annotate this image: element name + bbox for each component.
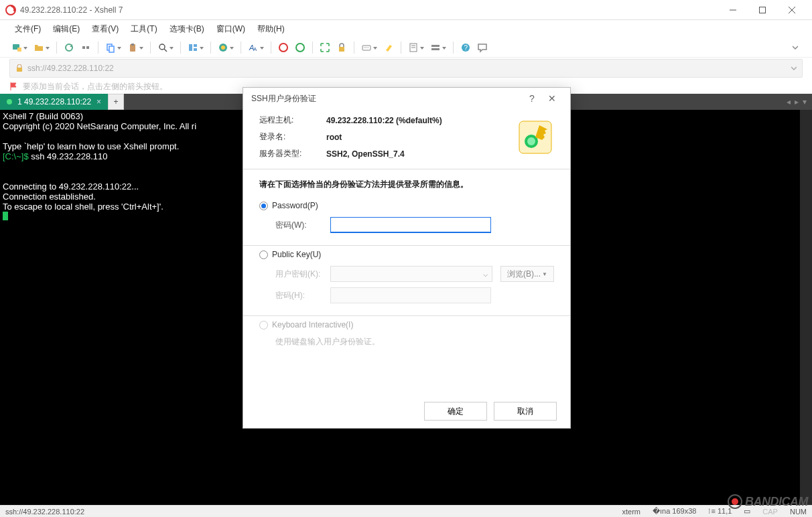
- ssh-auth-dialog: SSH用户身份验证 ? ✕ 远程主机: 49.232.228.110:22 (%…: [243, 87, 571, 429]
- keyboard-hint: 使用键盘输入用户身份验证。: [275, 336, 554, 348]
- password-radio[interactable]: Password(P): [259, 201, 554, 210]
- minimize-button[interactable]: [718, 1, 748, 19]
- new-tab-button[interactable]: +: [108, 94, 124, 110]
- tab-list-icon[interactable]: ▾: [803, 97, 807, 106]
- tools-button[interactable]: [428, 40, 443, 55]
- xshell-button[interactable]: [276, 40, 291, 55]
- xftp-button[interactable]: [293, 40, 308, 55]
- toolbar-overflow-button[interactable]: [788, 40, 803, 55]
- lock-button[interactable]: [334, 40, 349, 55]
- ok-button[interactable]: 确定: [424, 402, 487, 421]
- tab-close-button[interactable]: ×: [96, 97, 101, 106]
- userkey-label: 用户密钥(K):: [275, 269, 322, 280]
- host-label: 远程主机:: [259, 115, 326, 126]
- svg-text:?: ?: [464, 44, 468, 52]
- userkey-combo: ⌵: [330, 266, 492, 282]
- cursor: [3, 212, 8, 220]
- find-button[interactable]: [155, 40, 170, 55]
- status-term: xterm: [622, 508, 640, 516]
- svg-rect-18: [194, 48, 197, 51]
- tab-active[interactable]: 1 49.232.228.110:22 ×: [0, 94, 108, 110]
- svg-rect-17: [194, 44, 197, 47]
- svg-rect-16: [189, 44, 192, 51]
- menu-help[interactable]: 帮助(H): [252, 21, 290, 37]
- key-icon: [517, 119, 554, 156]
- svg-point-24: [296, 44, 304, 52]
- vertical-scrollbar[interactable]: [800, 110, 812, 505]
- address-bar[interactable]: ssh://49.232.228.110:22: [9, 59, 803, 78]
- copy-button[interactable]: [103, 40, 118, 55]
- reconnect-button[interactable]: [62, 40, 76, 55]
- svg-rect-35: [17, 68, 22, 72]
- menubar: 文件(F) 编辑(E) 查看(V) 工具(T) 选项卡(B) 窗口(W) 帮助(…: [0, 20, 812, 38]
- servertype-value: SSH2, OpenSSH_7.4: [326, 149, 507, 159]
- user-label: 登录名:: [259, 131, 326, 143]
- menu-view[interactable]: 查看(V): [86, 21, 124, 37]
- publickey-radio[interactable]: Public Key(U): [259, 250, 554, 259]
- app-icon: [5, 5, 16, 15]
- pkpass-label: 密码(H):: [275, 290, 322, 301]
- status-size: �ına 169x38: [653, 507, 696, 516]
- instruction-text: 请在下面选择恰当的身份验证方法并提供登录所需的信息。: [259, 179, 554, 190]
- lock-icon: [15, 64, 23, 72]
- svg-point-23: [279, 44, 287, 52]
- menu-tools[interactable]: 工具(T): [125, 21, 162, 37]
- svg-rect-9: [86, 46, 89, 49]
- tab-label: 1 49.232.228.110:22: [17, 97, 91, 106]
- paste-button[interactable]: [125, 40, 140, 55]
- pkpass-input: [330, 287, 491, 303]
- host-value: 49.232.228.110:22 (%default%): [326, 116, 507, 125]
- fullscreen-button[interactable]: [318, 40, 332, 55]
- svg-rect-11: [109, 46, 114, 52]
- help-button[interactable]: ?: [458, 40, 473, 55]
- svg-rect-31: [431, 45, 439, 47]
- close-button[interactable]: [777, 1, 807, 19]
- tab-prev-icon[interactable]: ◂: [787, 97, 791, 106]
- cancel-button[interactable]: 取消: [494, 402, 557, 421]
- disconnect-button[interactable]: [78, 40, 93, 55]
- maximize-button[interactable]: [748, 1, 777, 19]
- open-button[interactable]: [31, 40, 46, 55]
- bandicam-watermark: BANDICAM: [728, 494, 808, 509]
- color-button[interactable]: [216, 40, 230, 55]
- dialog-help-button[interactable]: ?: [522, 93, 542, 104]
- statusbar: ssh://49.232.228.110:22 xterm �ına 169x3…: [0, 505, 812, 517]
- servertype-label: 服务器类型:: [259, 148, 326, 159]
- status-address: ssh://49.232.228.110:22: [5, 508, 84, 516]
- chevron-down-icon[interactable]: [791, 66, 797, 71]
- svg-text:A: A: [253, 46, 257, 52]
- flag-icon: [9, 82, 19, 91]
- password-input[interactable]: [330, 217, 491, 233]
- dialog-close-button[interactable]: ✕: [542, 93, 562, 104]
- svg-point-38: [527, 137, 535, 145]
- hint-text: 要添加当前会话，点击左侧的箭头按钮。: [23, 81, 167, 92]
- browse-button: 浏览(B)...▼: [500, 266, 554, 282]
- menu-edit[interactable]: 编辑(E): [48, 21, 85, 37]
- bandicam-icon: [728, 494, 742, 509]
- window-title: 49.232.228.110:22 - Xshell 7: [20, 5, 123, 15]
- titlebar: 49.232.228.110:22 - Xshell 7: [0, 0, 812, 20]
- status-dot-icon: [7, 99, 12, 104]
- font-button[interactable]: AA: [246, 40, 261, 55]
- script-button[interactable]: [406, 40, 421, 55]
- layout-button[interactable]: [186, 40, 200, 55]
- new-session-button[interactable]: [9, 40, 24, 55]
- password-label: 密码(W):: [275, 220, 322, 231]
- tab-next-icon[interactable]: ▸: [795, 97, 799, 106]
- keyboard-radio: Keyboard Interactive(I): [259, 320, 554, 329]
- dialog-title: SSH用户身份验证: [251, 93, 316, 104]
- radio-on-icon: [259, 202, 268, 210]
- keyboard-button[interactable]: [359, 40, 374, 55]
- svg-rect-8: [82, 46, 85, 49]
- feedback-button[interactable]: [475, 40, 490, 55]
- toolbar: AA ?: [0, 38, 812, 58]
- address-text: ssh://49.232.228.110:22: [27, 64, 114, 73]
- menu-window[interactable]: 窗口(W): [211, 21, 251, 37]
- svg-rect-6: [17, 48, 21, 52]
- svg-rect-13: [131, 44, 134, 46]
- svg-line-15: [164, 49, 167, 52]
- menu-tabs[interactable]: 选项卡(B): [164, 21, 210, 37]
- highlight-button[interactable]: [381, 40, 396, 55]
- svg-point-14: [159, 44, 165, 50]
- menu-file[interactable]: 文件(F): [9, 21, 46, 37]
